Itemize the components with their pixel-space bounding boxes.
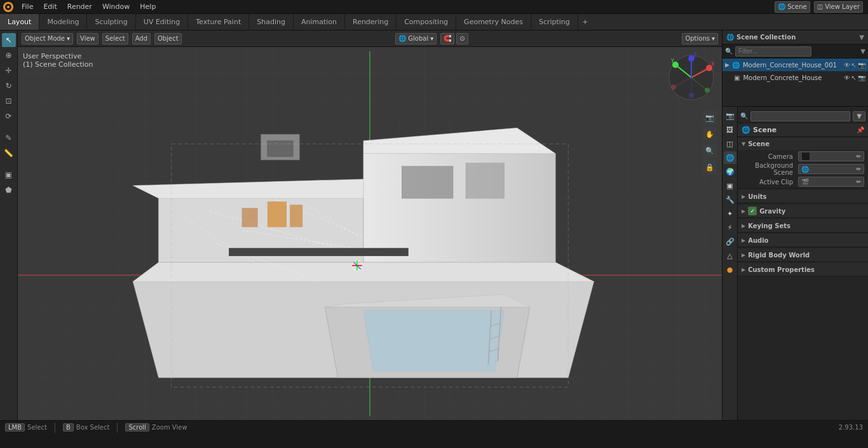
background-scene-field-pencil-icon[interactable]: ✏ (856, 166, 861, 172)
prop-render-icon[interactable]: 📷 (724, 109, 736, 122)
scene-props-icon: 🌐 (742, 126, 750, 134)
viewport-hand-icon[interactable]: ✋ (703, 127, 717, 141)
move-tool-icon[interactable]: ✛ (2, 64, 16, 78)
dropdown-arrow-icon: ▾ (67, 35, 70, 42)
cursor-tool-icon[interactable]: ⊕ (2, 48, 16, 62)
svg-marker-11 (363, 154, 555, 262)
svg-point-57 (689, 93, 694, 98)
active-clip-field[interactable]: 🎬 ✏ (798, 177, 864, 187)
menu-render[interactable]: Render (62, 0, 97, 13)
viewport-select-menu[interactable]: Select (102, 33, 128, 44)
prop-physics-icon[interactable]: ⚡ (724, 221, 736, 234)
prop-world-icon[interactable]: 🌍 (724, 165, 736, 178)
mesh-render-icon[interactable]: 📷 (858, 74, 865, 81)
scene-selector[interactable]: 🌐 Scene (775, 1, 810, 13)
snap-toggle[interactable]: 🧲 (440, 33, 454, 44)
rigid-body-world-header[interactable]: ▶ Rigid Body World (738, 248, 868, 261)
prop-particles-icon[interactable]: ✦ (724, 207, 736, 220)
menu-window[interactable]: Window (97, 0, 135, 13)
camera-field[interactable]: ✏ (798, 151, 864, 161)
outliner-sort-icon[interactable]: ▼ (860, 48, 865, 55)
add-cube-icon[interactable]: ▣ (2, 168, 16, 182)
tab-compositing[interactable]: Compositing (397, 14, 456, 30)
background-scene-field[interactable]: 🌐 ✏ (798, 164, 864, 174)
outliner-select-icon[interactable]: ↖ (851, 62, 857, 69)
options-arrow-icon: ▾ (712, 35, 715, 42)
tab-geometry-nodes[interactable]: Geometry Nodes (456, 14, 531, 30)
custom-properties-header[interactable]: ▶ Custom Properties (738, 263, 868, 276)
scene-props-pin-icon[interactable]: 📌 (857, 126, 864, 133)
mesh-visibility-icon[interactable]: 👁 (844, 74, 850, 81)
keying-sets-header[interactable]: ▶ Keying Sets (738, 219, 868, 232)
tab-shading[interactable]: Shading (249, 14, 294, 30)
tab-texture-paint[interactable]: Texture Paint (188, 14, 249, 30)
menu-items: File Edit Render Window Help (17, 0, 161, 13)
gravity-section-header[interactable]: ▶ ✓ Gravity (738, 205, 868, 217)
prop-constraints-icon[interactable]: 🔗 (724, 235, 736, 248)
tab-sculpting[interactable]: Sculpting (87, 14, 135, 30)
tab-rendering[interactable]: Rendering (345, 14, 397, 30)
outliner-item-scene-collection[interactable]: ▶ 🌐 Modern_Concrete_House_001 👁 ↖ 📷 (722, 58, 868, 71)
units-section-header[interactable]: ▶ Units (738, 190, 868, 203)
prop-data-icon[interactable]: △ (724, 249, 736, 262)
menu-help[interactable]: Help (135, 0, 161, 13)
menu-file[interactable]: File (17, 0, 38, 13)
status-separator-2 (117, 423, 118, 433)
prop-viewlayer-icon[interactable]: ◫ (724, 137, 736, 150)
gravity-checkbox[interactable]: ✓ (748, 207, 757, 215)
scene-props-header: 🌐 Scene 📌 (738, 123, 868, 137)
rotate-tool-icon[interactable]: ↻ (2, 79, 16, 93)
prop-output-icon[interactable]: 🖼 (724, 123, 736, 136)
viewport-view-menu[interactable]: View (77, 33, 98, 44)
viewport-camera-icon[interactable]: 📷 (703, 111, 717, 125)
camera-field-pencil-icon[interactable]: ✏ (856, 153, 861, 160)
outliner-filter-icon[interactable]: ▼ (859, 34, 864, 41)
scene-collection-icon: 🌐 (732, 62, 740, 69)
svg-rect-36 (242, 208, 258, 227)
select-tool-icon[interactable]: ↖ (2, 33, 16, 47)
viewport-canvas[interactable]: User Perspective (1) Scene Collection X … (18, 47, 722, 420)
viewport-add-menu[interactable]: Add (132, 33, 151, 44)
viewport-zoom-icon[interactable]: 🔍 (703, 144, 717, 158)
tab-scripting[interactable]: Scripting (531, 14, 578, 30)
prop-filter-btn[interactable]: ▼ (853, 111, 865, 121)
viewport-object-menu[interactable]: Object (154, 33, 182, 44)
prop-object-icon[interactable]: ▣ (724, 179, 736, 192)
outliner-render-icon[interactable]: 📷 (858, 62, 865, 69)
outliner-icon: 🌐 (726, 34, 734, 41)
gravity-arrow-icon: ▶ (742, 208, 745, 214)
menu-edit[interactable]: Edit (38, 0, 62, 13)
add-object-icon[interactable]: ⬟ (2, 183, 16, 197)
audio-section-header[interactable]: ▶ Audio (738, 234, 868, 247)
status-select-key: LMB (5, 423, 25, 431)
view-layer-selector[interactable]: ◫ View Layer (814, 1, 863, 13)
scene-section-header[interactable]: ▼ Scene (738, 137, 868, 150)
object-mode-dropdown[interactable]: Object Mode ▾ (22, 33, 73, 44)
transform-space-dropdown[interactable]: 🌐 Global ▾ (395, 33, 437, 44)
viewport-options-btn[interactable]: Options ▾ (682, 33, 718, 44)
tab-layout[interactable]: Layout (0, 14, 39, 30)
active-clip-field-pencil-icon[interactable]: ✏ (856, 179, 861, 185)
main-layout: ↖ ⊕ ✛ ↻ ⊡ ⟳ ✎ 📏 ▣ ⬟ Object Mode ▾ View S… (0, 31, 868, 420)
navigation-gizmo[interactable]: X Y Z (666, 52, 717, 103)
annotate-tool-icon[interactable]: ✎ (2, 131, 16, 145)
tab-modeling[interactable]: Modeling (39, 14, 87, 30)
mesh-select-icon[interactable]: ↖ (851, 74, 857, 81)
outliner-visibility-icon[interactable]: 👁 (844, 62, 850, 69)
tab-animation[interactable]: Animation (294, 14, 345, 30)
prop-modifier-icon[interactable]: 🔧 (724, 193, 736, 206)
proportional-edit-toggle[interactable]: ⊙ (456, 33, 468, 44)
prop-material-icon[interactable]: ● (724, 263, 736, 276)
add-workspace-button[interactable]: + (578, 15, 592, 29)
scale-tool-icon[interactable]: ⊡ (2, 94, 16, 108)
viewport-lock-icon[interactable]: 🔒 (703, 160, 717, 174)
prop-scene-icon[interactable]: 🌐 (724, 151, 736, 164)
units-section-title: Units (748, 193, 766, 200)
outliner-item-mesh[interactable]: ▣ Modern_Concrete_House 👁 ↖ 📷 (722, 71, 868, 84)
transform-tool-icon[interactable]: ⟳ (2, 109, 16, 123)
tab-uv-editing[interactable]: UV Editing (136, 14, 188, 30)
outliner-search-input[interactable] (735, 46, 811, 57)
measure-tool-icon[interactable]: 📏 (2, 146, 16, 160)
scene-section-title: Scene (748, 140, 770, 147)
prop-search-input[interactable] (750, 111, 850, 121)
